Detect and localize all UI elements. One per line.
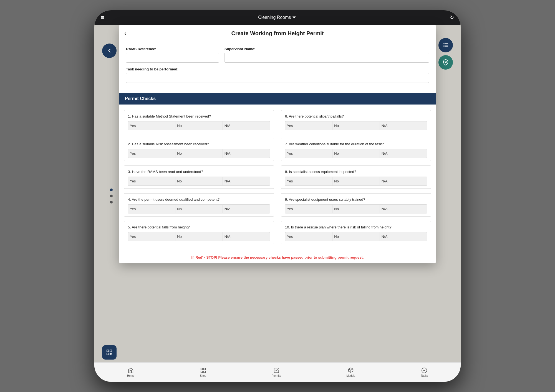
question-block-2: 2. Has a suitable Risk Assessment been r… — [124, 138, 274, 161]
answer-row-4: YesNoN/A — [128, 204, 270, 213]
modal-header: ‹ Create Working from Height Permit — [119, 25, 436, 41]
question-text-7: 7. Are weather conditions suitable for t… — [285, 142, 427, 146]
question-block-4: 4. Are the permit users deemed qualified… — [124, 193, 274, 217]
answer-option-no-10[interactable]: No — [332, 232, 379, 241]
question-text-3: 3. Have the RAMS been read and understoo… — [128, 170, 270, 174]
rams-reference-label: RAMS Reference: — [126, 47, 219, 51]
question-block-6: 6. Are there potential slips/trips/falls… — [281, 110, 431, 133]
svg-rect-17 — [203, 371, 205, 372]
answer-option-yes-8[interactable]: Yes — [285, 177, 332, 186]
answer-option-n/a-10[interactable]: N/A — [380, 232, 427, 241]
form-row-1: RAMS Reference: Supervisor Name: — [126, 47, 429, 63]
answer-option-n/a-9[interactable]: N/A — [380, 204, 427, 213]
svg-line-19 — [351, 369, 353, 370]
nav-label-models: Models — [346, 374, 355, 377]
refresh-icon[interactable]: ↻ — [450, 14, 454, 21]
top-bar: ≡ Cleaning Rooms ↻ — [94, 10, 461, 25]
nav-label-home: Home — [127, 374, 135, 377]
svg-rect-15 — [203, 368, 205, 370]
nav-label-tasks: Tasks — [421, 374, 428, 377]
nav-label-permits: Permits — [272, 374, 281, 377]
question-block-5: 5. Are there potential falls from height… — [124, 221, 274, 244]
permit-checks-header: Permit Checks — [119, 93, 436, 105]
supervisor-name-label: Supervisor Name: — [224, 47, 429, 51]
svg-rect-16 — [201, 371, 202, 372]
answer-row-3: YesNoN/A — [128, 177, 270, 186]
task-label: Task needing to be performed: — [126, 67, 429, 71]
answer-option-no-1[interactable]: No — [175, 121, 222, 130]
answer-option-yes-6[interactable]: Yes — [285, 121, 332, 130]
answer-option-n/a-4[interactable]: N/A — [223, 204, 270, 213]
answer-option-yes-3[interactable]: Yes — [128, 177, 175, 186]
answer-option-no-8[interactable]: No — [332, 177, 379, 186]
answer-option-n/a-7[interactable]: N/A — [380, 149, 427, 158]
answer-option-n/a-8[interactable]: N/A — [380, 177, 427, 186]
question-text-10: 10. Is there a rescue plan where there i… — [285, 225, 427, 229]
nav-item-permits[interactable]: Permits — [272, 367, 281, 377]
top-bar-title: Cleaning Rooms — [258, 15, 296, 20]
question-block-8: 8. Is specialist access equipment inspec… — [281, 166, 431, 189]
question-block-3: 3. Have the RAMS been read and understoo… — [124, 166, 274, 189]
answer-option-no-7[interactable]: No — [332, 149, 379, 158]
form-body: RAMS Reference: Supervisor Name: Task ne… — [119, 41, 436, 93]
answer-option-yes-9[interactable]: Yes — [285, 204, 332, 213]
answer-row-10: YesNoN/A — [285, 232, 427, 241]
answer-option-no-4[interactable]: No — [175, 204, 222, 213]
answer-option-n/a-6[interactable]: N/A — [380, 121, 427, 130]
answer-row-9: YesNoN/A — [285, 204, 427, 213]
answer-row-5: YesNoN/A — [128, 232, 270, 241]
answer-row-2: YesNoN/A — [128, 149, 270, 158]
question-text-1: 1. Has a suitable Method Statement been … — [128, 114, 270, 118]
bottom-nav: Home Sites Permits — [94, 362, 461, 382]
warning-message: If 'Red' - STOP! Please ensure the neces… — [119, 251, 436, 263]
dropdown-icon[interactable] — [292, 16, 296, 19]
answer-row-1: YesNoN/A — [128, 121, 270, 130]
question-text-5: 5. Are there potential falls from height… — [128, 225, 270, 229]
answer-option-yes-5[interactable]: Yes — [128, 232, 175, 241]
nav-item-models[interactable]: Models — [346, 367, 355, 377]
answer-option-n/a-3[interactable]: N/A — [223, 177, 270, 186]
answer-row-7: YesNoN/A — [285, 149, 427, 158]
answer-option-yes-4[interactable]: Yes — [128, 204, 175, 213]
answer-option-no-6[interactable]: No — [332, 121, 379, 130]
answer-option-no-3[interactable]: No — [175, 177, 222, 186]
answer-row-8: YesNoN/A — [285, 177, 427, 186]
supervisor-name-group: Supervisor Name: — [224, 47, 429, 63]
question-text-8: 8. Is specialist access equipment inspec… — [285, 170, 427, 174]
app-title: Cleaning Rooms — [258, 15, 291, 20]
question-block-7: 7. Are weather conditions suitable for t… — [281, 138, 431, 161]
answer-option-no-9[interactable]: No — [332, 204, 379, 213]
question-text-9: 9. Are specialist equipment users suitab… — [285, 197, 427, 202]
task-group: Task needing to be performed: — [126, 67, 429, 83]
question-text-2: 2. Has a suitable Risk Assessment been r… — [128, 142, 270, 146]
question-text-6: 6. Are there potential slips/trips/falls… — [285, 114, 427, 118]
supervisor-name-input[interactable] — [224, 53, 429, 63]
nav-item-home[interactable]: Home — [127, 367, 135, 377]
nav-item-sites[interactable]: Sites — [200, 367, 206, 377]
answer-option-yes-1[interactable]: Yes — [128, 121, 175, 130]
answer-option-no-5[interactable]: No — [175, 232, 222, 241]
rams-reference-input[interactable] — [126, 53, 219, 63]
tablet-frame: ≡ Cleaning Rooms ↻ — [94, 10, 461, 382]
question-text-4: 4. Are the permit users deemed qualified… — [128, 197, 270, 202]
modal-back-button[interactable]: ‹ — [124, 30, 126, 37]
answer-option-yes-7[interactable]: Yes — [285, 149, 332, 158]
nav-label-sites: Sites — [200, 374, 206, 377]
answer-option-yes-2[interactable]: Yes — [128, 149, 175, 158]
answer-option-n/a-1[interactable]: N/A — [223, 121, 270, 130]
answer-option-no-2[interactable]: No — [175, 149, 222, 158]
menu-icon[interactable]: ≡ — [101, 14, 104, 21]
task-input[interactable] — [126, 73, 429, 83]
modal-dialog: ‹ Create Working from Height Permit RAMS… — [119, 25, 436, 263]
rams-reference-group: RAMS Reference: — [126, 47, 219, 63]
question-block-10: 10. Is there a rescue plan where there i… — [281, 221, 431, 244]
form-row-2: Task needing to be performed: — [126, 67, 429, 83]
answer-option-yes-10[interactable]: Yes — [285, 232, 332, 241]
modal-title: Create Working from Height Permit — [126, 30, 429, 37]
answer-option-n/a-5[interactable]: N/A — [223, 232, 270, 241]
question-block-1: 1. Has a suitable Method Statement been … — [124, 110, 274, 133]
nav-item-tasks[interactable]: Tasks — [421, 367, 428, 377]
answer-option-n/a-2[interactable]: N/A — [223, 149, 270, 158]
questions-grid: 1. Has a suitable Method Statement been … — [119, 110, 436, 251]
modal-overlay: ‹ Create Working from Height Permit RAMS… — [94, 25, 461, 362]
